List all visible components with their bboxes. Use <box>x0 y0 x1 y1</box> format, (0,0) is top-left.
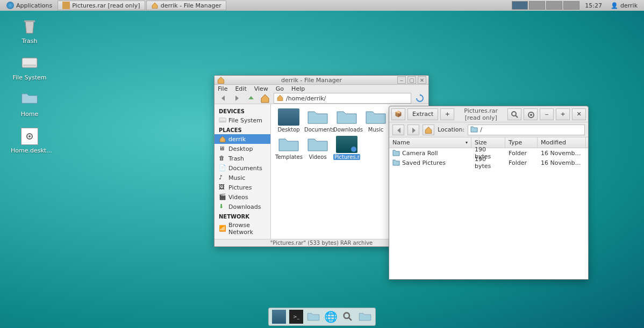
workspace-3[interactable] <box>546 1 562 10</box>
sidebar-item-desktop[interactable]: 🖥Desktop <box>214 144 270 154</box>
folder-icon <box>470 125 478 134</box>
menu-file[interactable]: File <box>218 85 227 92</box>
sidebar-item-browse-network[interactable]: 📶Browse Network <box>214 221 270 237</box>
maximize-button[interactable]: + <box>556 108 570 120</box>
clock[interactable]: 15:27 <box>581 2 606 9</box>
titlebar[interactable]: derrik - File Manager ‒ ▢ ✕ <box>214 76 428 85</box>
desktop-icon-trash[interactable]: Trash <box>11 18 48 45</box>
sidebar-heading-network: NETWORK <box>214 212 270 221</box>
menu-button[interactable] <box>524 108 538 120</box>
file-item-pictures-rar[interactable]: Pictures.rar <box>333 136 360 160</box>
desktop-icon-homedesktop[interactable]: Home.deskt... <box>11 128 48 154</box>
file-item-downloads[interactable]: Downloads <box>333 108 360 133</box>
xfce-logo-icon <box>6 2 14 9</box>
folder-icon <box>278 136 299 153</box>
back-button[interactable] <box>218 93 228 104</box>
desktop-icon-label: Home.deskt... <box>11 147 48 154</box>
home-button[interactable] <box>260 93 270 104</box>
folder-icon <box>392 158 400 167</box>
cell-modified: 16 November 2018,... <box>538 159 586 166</box>
sidebar-item-label: derrik <box>228 136 246 143</box>
file-item-documents[interactable]: Documents <box>304 108 331 133</box>
folder-icon <box>365 108 387 126</box>
close-button[interactable]: ✕ <box>572 108 586 120</box>
forward-button[interactable] <box>232 93 242 104</box>
menu-view[interactable]: View <box>254 85 268 92</box>
taskbar-item-label: Pictures.rar [read only] <box>72 2 140 9</box>
extract-label: Extract <box>412 111 433 118</box>
search-button[interactable] <box>507 108 521 120</box>
user-menu[interactable]: 👤 derrik <box>606 2 642 9</box>
add-files-button[interactable]: + <box>440 108 454 120</box>
table-row[interactable]: Saved Pictures 190 bytes Folder 16 Novem… <box>389 158 588 167</box>
cell-name: Saved Pictures <box>402 159 446 166</box>
cell-type: Folder <box>505 150 538 157</box>
sidebar-item-videos[interactable]: 🎬Videos <box>214 192 270 202</box>
sidebar-item-downloads[interactable]: ⬇Downloads <box>214 202 270 212</box>
home-button[interactable] <box>423 125 434 135</box>
file-item-videos[interactable]: Videos <box>304 136 331 160</box>
file-item-music[interactable]: Music <box>362 108 389 133</box>
dock-item-files[interactable] <box>306 310 320 324</box>
menu-go[interactable]: Go <box>276 85 284 92</box>
reload-button[interactable] <box>414 93 425 104</box>
path-bar[interactable]: /home/derrik/ <box>274 93 411 104</box>
sort-indicator-icon: ▾ <box>466 140 468 145</box>
file-item-desktop[interactable]: Desktop <box>275 108 302 133</box>
applications-label: Applications <box>16 2 52 9</box>
taskbar-item-archive[interactable]: Pictures.rar [read only] <box>58 1 145 10</box>
back-button[interactable] <box>392 125 404 135</box>
home-icon <box>219 135 226 143</box>
extract-button[interactable]: Extract <box>407 108 438 120</box>
column-header-type[interactable]: Type <box>505 137 538 148</box>
dock-item-terminal[interactable]: >_ <box>289 310 303 324</box>
sidebar-item-documents[interactable]: 📄Documents <box>214 163 270 173</box>
minimize-button[interactable]: ‒ <box>540 108 554 120</box>
sidebar-item-filesystem[interactable]: File System <box>214 115 270 125</box>
sidebar-item-trash[interactable]: 🗑Trash <box>214 154 270 163</box>
sidebar-item-label: Downloads <box>228 203 261 210</box>
menubar: File Edit View Go Help <box>214 85 428 93</box>
column-header-name[interactable]: Name▾ <box>389 137 471 148</box>
workspace-4[interactable] <box>563 1 579 10</box>
open-archive-button[interactable]: 📦 <box>391 108 405 120</box>
minimize-button[interactable]: ‒ <box>397 76 406 84</box>
drive-icon <box>21 55 38 72</box>
menu-edit[interactable]: Edit <box>235 85 246 92</box>
column-header-modified[interactable]: Modified <box>538 137 586 148</box>
home-icon <box>217 76 225 84</box>
up-button[interactable] <box>246 93 256 104</box>
desktop-icon-label: File System <box>11 74 48 81</box>
location-input[interactable]: / <box>468 125 585 135</box>
sidebar-item-derrik[interactable]: derrik <box>214 134 270 144</box>
drive-icon <box>219 116 226 124</box>
desktop-icon-home[interactable]: Home <box>11 91 48 118</box>
sidebar-item-pictures[interactable]: 🖼Pictures <box>214 183 270 192</box>
sidebar-heading-devices: DEVICES <box>214 106 270 115</box>
taskbar-item-filemanager[interactable]: derrik - File Manager <box>146 1 226 10</box>
location-bar: Location: / <box>389 122 588 137</box>
workspace-1[interactable] <box>512 1 528 10</box>
user-icon: 👤 <box>611 2 618 9</box>
menu-help[interactable]: Help <box>291 85 305 92</box>
pictures-icon: 🖼 <box>219 184 226 191</box>
path-text: /home/derrik/ <box>286 95 326 102</box>
desktop-icon-filesystem[interactable]: File System <box>11 55 48 81</box>
dock-item-search[interactable] <box>341 310 355 324</box>
dock-item-browser[interactable]: 🌐 <box>324 310 338 324</box>
sidebar-item-music[interactable]: ♪Music <box>214 173 270 183</box>
file-item-templates[interactable]: Templates <box>275 136 302 160</box>
dock-item-show-desktop[interactable] <box>272 310 286 324</box>
sidebar-item-label: File System <box>228 117 262 124</box>
applications-menu[interactable]: Applications <box>2 1 56 10</box>
workspace-2[interactable] <box>529 1 545 10</box>
documents-icon: 📄 <box>219 164 226 172</box>
maximize-button[interactable]: ▢ <box>407 76 416 84</box>
settings-icon <box>21 128 38 145</box>
forward-button[interactable] <box>407 125 419 135</box>
sidebar-item-label: Music <box>228 174 245 181</box>
file-list: Name▾ Size Type Modified Camera Roll 190… <box>389 137 588 279</box>
dock-item-folder[interactable] <box>358 310 372 324</box>
close-button[interactable]: ✕ <box>418 76 426 84</box>
sidebar-item-label: Documents <box>228 165 262 172</box>
